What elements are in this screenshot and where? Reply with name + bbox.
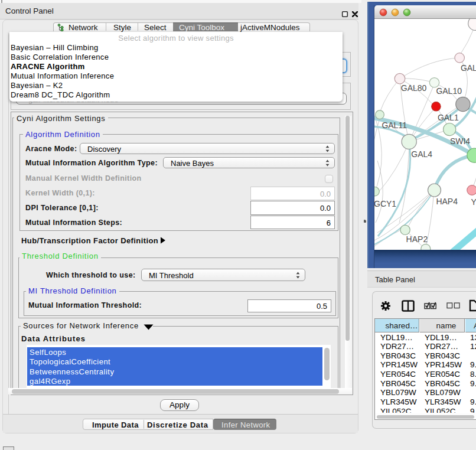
svg-text:GCY1: GCY1	[374, 199, 396, 208]
svg-text:GAL7: GAL7	[461, 63, 476, 73]
svg-text:GAL10: GAL10	[436, 86, 462, 96]
svg-text:HAP2: HAP2	[406, 234, 428, 244]
svg-text:GAL11: GAL11	[382, 120, 407, 130]
svg-text:HAP4: HAP4	[436, 197, 458, 206]
svg-text:GAL80: GAL80	[401, 83, 427, 93]
svg-text:Y: Y	[471, 197, 476, 207]
svg-text:GAL1: GAL1	[438, 113, 459, 122]
svg-text:GAL4: GAL4	[411, 149, 432, 159]
svg-text:SWI4: SWI4	[450, 136, 470, 146]
